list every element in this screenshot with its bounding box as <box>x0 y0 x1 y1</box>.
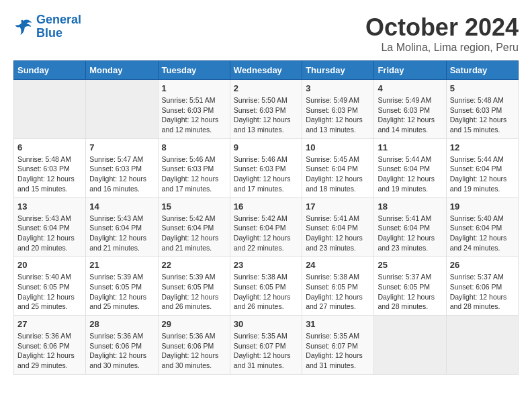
day-number: 31 <box>306 319 370 329</box>
day-number: 8 <box>162 142 226 152</box>
calendar-cell: 18Sunrise: 5:41 AM Sunset: 6:04 PM Dayli… <box>374 197 446 257</box>
day-info: Sunrise: 5:49 AM Sunset: 6:03 PM Dayligh… <box>306 95 370 135</box>
calendar-cell: 3Sunrise: 5:49 AM Sunset: 6:03 PM Daylig… <box>302 80 374 139</box>
day-number: 30 <box>234 319 298 329</box>
day-number: 16 <box>234 201 298 212</box>
day-info: Sunrise: 5:46 AM Sunset: 6:03 PM Dayligh… <box>234 154 298 194</box>
calendar-cell: 11Sunrise: 5:44 AM Sunset: 6:04 PM Dayli… <box>374 138 446 197</box>
day-info: Sunrise: 5:44 AM Sunset: 6:04 PM Dayligh… <box>450 154 515 194</box>
day-info: Sunrise: 5:44 AM Sunset: 6:04 PM Dayligh… <box>378 154 442 194</box>
day-number: 14 <box>89 201 154 212</box>
day-info: Sunrise: 5:36 AM Sunset: 6:06 PM Dayligh… <box>17 331 82 371</box>
day-number: 22 <box>162 260 226 270</box>
day-number: 7 <box>89 142 154 152</box>
day-info: Sunrise: 5:42 AM Sunset: 6:04 PM Dayligh… <box>234 214 298 253</box>
day-number: 28 <box>89 319 154 329</box>
calendar-cell: 15Sunrise: 5:42 AM Sunset: 6:04 PM Dayli… <box>158 197 230 257</box>
calendar-cell: 4Sunrise: 5:49 AM Sunset: 6:03 PM Daylig… <box>374 80 446 139</box>
day-number: 17 <box>306 201 370 212</box>
day-info: Sunrise: 5:48 AM Sunset: 6:03 PM Dayligh… <box>450 95 515 135</box>
day-number: 2 <box>234 83 298 93</box>
month-title: October 2024 <box>365 13 519 42</box>
day-number: 19 <box>450 201 515 212</box>
weekday-header: Wednesday <box>230 61 302 80</box>
logo: General Blue <box>13 13 81 40</box>
day-number: 10 <box>306 142 370 152</box>
day-number: 20 <box>17 260 82 270</box>
day-info: Sunrise: 5:35 AM Sunset: 6:07 PM Dayligh… <box>306 331 370 371</box>
calendar-week-row: 13Sunrise: 5:43 AM Sunset: 6:04 PM Dayli… <box>14 197 519 257</box>
title-block: October 2024 La Molina, Lima region, Per… <box>365 13 519 54</box>
calendar-cell: 14Sunrise: 5:43 AM Sunset: 6:04 PM Dayli… <box>86 197 158 257</box>
calendar-cell: 5Sunrise: 5:48 AM Sunset: 6:03 PM Daylig… <box>446 80 518 139</box>
day-info: Sunrise: 5:40 AM Sunset: 6:04 PM Dayligh… <box>450 214 515 253</box>
calendar-cell: 6Sunrise: 5:48 AM Sunset: 6:03 PM Daylig… <box>14 138 86 197</box>
day-info: Sunrise: 5:49 AM Sunset: 6:03 PM Dayligh… <box>378 95 442 135</box>
day-info: Sunrise: 5:45 AM Sunset: 6:04 PM Dayligh… <box>306 154 370 194</box>
day-info: Sunrise: 5:40 AM Sunset: 6:05 PM Dayligh… <box>17 272 82 312</box>
logo-text: General Blue <box>36 13 81 40</box>
day-info: Sunrise: 5:41 AM Sunset: 6:04 PM Dayligh… <box>306 214 370 253</box>
day-number: 12 <box>450 142 515 152</box>
day-info: Sunrise: 5:39 AM Sunset: 6:05 PM Dayligh… <box>89 272 154 312</box>
calendar-cell: 24Sunrise: 5:38 AM Sunset: 6:05 PM Dayli… <box>302 257 374 316</box>
day-number: 1 <box>162 83 226 93</box>
day-info: Sunrise: 5:41 AM Sunset: 6:04 PM Dayligh… <box>378 214 442 253</box>
weekday-header: Monday <box>86 61 158 80</box>
calendar-cell: 30Sunrise: 5:35 AM Sunset: 6:07 PM Dayli… <box>230 316 302 375</box>
calendar-cell: 12Sunrise: 5:44 AM Sunset: 6:04 PM Dayli… <box>446 138 518 197</box>
day-info: Sunrise: 5:37 AM Sunset: 6:06 PM Dayligh… <box>450 272 515 312</box>
calendar-table: SundayMondayTuesdayWednesdayThursdayFrid… <box>13 60 519 375</box>
day-info: Sunrise: 5:38 AM Sunset: 6:05 PM Dayligh… <box>234 272 298 312</box>
calendar-cell: 22Sunrise: 5:39 AM Sunset: 6:05 PM Dayli… <box>158 257 230 316</box>
day-number: 4 <box>378 83 442 93</box>
calendar-cell: 10Sunrise: 5:45 AM Sunset: 6:04 PM Dayli… <box>302 138 374 197</box>
calendar-cell: 7Sunrise: 5:47 AM Sunset: 6:03 PM Daylig… <box>86 138 158 197</box>
calendar-cell: 25Sunrise: 5:37 AM Sunset: 6:05 PM Dayli… <box>374 257 446 316</box>
day-info: Sunrise: 5:48 AM Sunset: 6:03 PM Dayligh… <box>17 154 82 194</box>
calendar-cell: 31Sunrise: 5:35 AM Sunset: 6:07 PM Dayli… <box>302 316 374 375</box>
day-info: Sunrise: 5:43 AM Sunset: 6:04 PM Dayligh… <box>17 214 82 253</box>
page-header: General Blue October 2024 La Molina, Lim… <box>13 13 519 54</box>
day-info: Sunrise: 5:43 AM Sunset: 6:04 PM Dayligh… <box>89 214 154 253</box>
day-number: 25 <box>378 260 442 270</box>
calendar-cell: 19Sunrise: 5:40 AM Sunset: 6:04 PM Dayli… <box>446 197 518 257</box>
day-number: 11 <box>378 142 442 152</box>
day-info: Sunrise: 5:47 AM Sunset: 6:03 PM Dayligh… <box>89 154 154 194</box>
calendar-cell: 28Sunrise: 5:36 AM Sunset: 6:06 PM Dayli… <box>86 316 158 375</box>
day-number: 18 <box>378 201 442 212</box>
day-number: 13 <box>17 201 82 212</box>
calendar-cell: 16Sunrise: 5:42 AM Sunset: 6:04 PM Dayli… <box>230 197 302 257</box>
calendar-week-row: 20Sunrise: 5:40 AM Sunset: 6:05 PM Dayli… <box>14 257 519 316</box>
calendar-cell: 23Sunrise: 5:38 AM Sunset: 6:05 PM Dayli… <box>230 257 302 316</box>
day-number: 23 <box>234 260 298 270</box>
day-info: Sunrise: 5:36 AM Sunset: 6:06 PM Dayligh… <box>162 331 226 371</box>
calendar-cell <box>374 316 446 375</box>
weekday-header: Friday <box>374 61 446 80</box>
day-info: Sunrise: 5:39 AM Sunset: 6:05 PM Dayligh… <box>162 272 226 312</box>
day-number: 27 <box>17 319 82 329</box>
calendar-cell <box>446 316 518 375</box>
calendar-cell: 8Sunrise: 5:46 AM Sunset: 6:03 PM Daylig… <box>158 138 230 197</box>
calendar-week-row: 1Sunrise: 5:51 AM Sunset: 6:03 PM Daylig… <box>14 80 519 139</box>
calendar-cell: 27Sunrise: 5:36 AM Sunset: 6:06 PM Dayli… <box>14 316 86 375</box>
calendar-cell: 21Sunrise: 5:39 AM Sunset: 6:05 PM Dayli… <box>86 257 158 316</box>
weekday-header: Saturday <box>446 61 518 80</box>
day-info: Sunrise: 5:50 AM Sunset: 6:03 PM Dayligh… <box>234 95 298 135</box>
day-number: 3 <box>306 83 370 93</box>
logo-bird-icon <box>13 17 34 37</box>
day-info: Sunrise: 5:42 AM Sunset: 6:04 PM Dayligh… <box>162 214 226 253</box>
calendar-cell: 9Sunrise: 5:46 AM Sunset: 6:03 PM Daylig… <box>230 138 302 197</box>
day-info: Sunrise: 5:38 AM Sunset: 6:05 PM Dayligh… <box>306 272 370 312</box>
calendar-header-row: SundayMondayTuesdayWednesdayThursdayFrid… <box>14 61 519 80</box>
calendar-week-row: 6Sunrise: 5:48 AM Sunset: 6:03 PM Daylig… <box>14 138 519 197</box>
day-number: 26 <box>450 260 515 270</box>
calendar-cell: 26Sunrise: 5:37 AM Sunset: 6:06 PM Dayli… <box>446 257 518 316</box>
day-number: 9 <box>234 142 298 152</box>
weekday-header: Tuesday <box>158 61 230 80</box>
calendar-cell <box>86 80 158 139</box>
day-number: 5 <box>450 83 515 93</box>
day-number: 29 <box>162 319 226 329</box>
calendar-cell: 17Sunrise: 5:41 AM Sunset: 6:04 PM Dayli… <box>302 197 374 257</box>
weekday-header: Sunday <box>14 61 86 80</box>
